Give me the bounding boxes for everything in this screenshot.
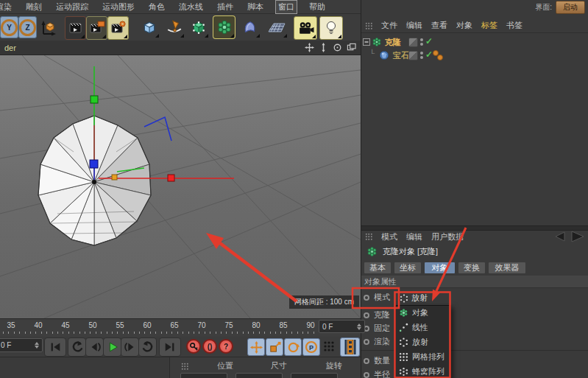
next-frame-button[interactable] xyxy=(121,337,139,357)
zoom-view-icon[interactable] xyxy=(319,43,328,52)
rotate-tool-button[interactable] xyxy=(284,338,302,356)
lock-y-axis-button[interactable]: Y xyxy=(0,16,18,38)
render-settings-button[interactable] xyxy=(107,16,129,40)
am-menu-edit[interactable]: 编辑 xyxy=(406,231,422,242)
keyframe-circle-icon[interactable] xyxy=(364,358,369,364)
light-bulb-icon xyxy=(324,20,339,36)
lock-z-axis-button[interactable]: Z xyxy=(18,16,37,38)
goto-end-button[interactable] xyxy=(159,337,181,357)
render-picture-viewer-button[interactable] xyxy=(86,16,107,40)
am-menu-userdata[interactable]: 用户数据 xyxy=(431,231,464,242)
keyframe-circle-icon[interactable] xyxy=(364,339,369,345)
menu-item-mograph[interactable]: 运动图形 xyxy=(100,1,137,13)
previous-frame-button[interactable] xyxy=(85,337,104,357)
end-frame-field[interactable]: 0 F xyxy=(319,320,365,333)
record-keyframe-button[interactable] xyxy=(186,339,201,354)
move-tool-button[interactable] xyxy=(247,338,265,356)
timeline-tick: 90 xyxy=(306,321,314,329)
om-menu-file[interactable]: 文件 xyxy=(381,20,397,31)
spline-pen-button[interactable] xyxy=(163,16,185,38)
rotation-input[interactable] xyxy=(291,373,338,378)
grid-array-icon xyxy=(399,352,408,362)
object-name-gem[interactable]: 宝石 xyxy=(393,50,409,61)
floor-environment-button[interactable] xyxy=(265,16,288,38)
object-name-cloner[interactable]: 克隆 xyxy=(385,37,401,48)
rotate-view-icon[interactable] xyxy=(333,43,342,52)
camera-button[interactable] xyxy=(294,16,317,40)
mode-dropdown-field[interactable]: 放射 xyxy=(400,293,428,304)
scale-tool-button[interactable] xyxy=(266,338,283,356)
goto-start-button[interactable] xyxy=(44,337,66,357)
enabled-checkmark[interactable]: ✓ xyxy=(425,49,433,60)
toggle-view-icon[interactable] xyxy=(347,43,356,52)
play-button[interactable] xyxy=(103,337,121,357)
menu-item-script[interactable]: 脚本 xyxy=(245,1,266,13)
keyframe-circle-icon[interactable] xyxy=(364,312,369,318)
position-input[interactable] xyxy=(180,373,227,378)
panel-drag-handle-icon[interactable] xyxy=(365,233,372,240)
tag-dot-icon[interactable] xyxy=(437,55,443,60)
om-menu-bookmarks[interactable]: 书签 xyxy=(506,20,523,31)
tab-basic[interactable]: 基本 xyxy=(364,262,392,274)
keyframe-circle-icon[interactable] xyxy=(364,295,369,301)
play-forward-button[interactable] xyxy=(138,337,157,357)
tab-object[interactable]: 对象 xyxy=(424,262,456,274)
panel-drag-handle-icon[interactable] xyxy=(365,22,372,29)
menu-item-plugins[interactable]: 插件 xyxy=(215,1,235,13)
pan-view-icon[interactable] xyxy=(305,43,314,52)
tab-effectors[interactable]: 效果器 xyxy=(488,262,526,274)
frame-stepper-icon[interactable] xyxy=(35,342,39,349)
menu-item-character[interactable]: 角色 xyxy=(146,1,167,13)
om-menu-view[interactable]: 查看 xyxy=(431,20,447,31)
grid-dots-button[interactable] xyxy=(322,337,336,355)
menu-item-render[interactable]: 渲染 xyxy=(0,1,14,13)
viewport-canvas[interactable]: 网格间距 : 100 cm xyxy=(0,55,361,318)
mode-option-object[interactable]: 对象 xyxy=(396,306,450,321)
am-menu-mode[interactable]: 模式 xyxy=(381,231,397,242)
menu-item-motion-tracker[interactable]: 运动跟踪 xyxy=(54,1,91,13)
keyframe-selection-button[interactable]: ? xyxy=(219,339,233,354)
mode-option-honeycomb[interactable]: 蜂窝阵列 xyxy=(396,364,450,378)
mode-option-grid[interactable]: 网格排列 xyxy=(396,349,450,364)
subdivision-surface-button[interactable] xyxy=(188,16,209,38)
film-strip-button[interactable] xyxy=(340,337,360,357)
mograph-cloner-button[interactable] xyxy=(213,16,235,38)
menu-item-pipeline[interactable]: 流水线 xyxy=(177,1,205,13)
menu-item-window[interactable]: 窗口 xyxy=(275,0,297,14)
add-cube-primitive-button[interactable] xyxy=(138,16,160,38)
interface-dropdown[interactable]: 启动 xyxy=(556,1,585,14)
section-object-properties[interactable]: 对象属性 xyxy=(361,276,588,288)
layer-swatch[interactable] xyxy=(408,51,418,60)
autokey-button[interactable]: () xyxy=(202,339,217,354)
timeline-ruler[interactable]: 35 40 45 50 55 60 65 70 75 80 85 90 xyxy=(0,318,361,337)
om-menu-edit[interactable]: 编辑 xyxy=(406,20,422,31)
deformer-bend-button[interactable] xyxy=(239,16,261,38)
tab-transform[interactable]: 变换 xyxy=(458,262,486,274)
enabled-checkmark[interactable]: ✓ xyxy=(425,36,433,46)
mode-option-linear[interactable]: 线性 xyxy=(396,321,450,335)
coordinate-system-button[interactable] xyxy=(38,16,58,38)
panel-drag-handle-icon[interactable] xyxy=(181,363,188,370)
menu-item-sculpt[interactable]: 雕刻 xyxy=(24,1,44,13)
menu-item-help[interactable]: 帮助 xyxy=(307,1,327,13)
render-view-button[interactable] xyxy=(65,16,86,40)
om-menu-object[interactable]: 对象 xyxy=(456,20,472,31)
light-button[interactable] xyxy=(319,16,343,40)
object-row-cloner[interactable]: 克隆 ✓ xyxy=(361,35,588,49)
visibility-dots[interactable] xyxy=(420,38,423,46)
visibility-dots[interactable] xyxy=(420,52,423,59)
coordinate-p-button[interactable]: P xyxy=(302,338,320,356)
current-frame-field[interactable]: 0 F xyxy=(0,338,43,352)
layer-swatch[interactable] xyxy=(408,38,418,47)
history-nav-arrows[interactable] xyxy=(554,231,585,242)
tab-coordinates[interactable]: 坐标 xyxy=(394,262,422,274)
play-backward-button[interactable] xyxy=(68,337,86,357)
om-menu-tags[interactable]: 标签 xyxy=(481,20,497,31)
keyframe-circle-icon[interactable] xyxy=(364,372,369,378)
size-input[interactable] xyxy=(235,373,283,378)
viewport-perspective[interactable]: der xyxy=(0,41,361,318)
frame-stepper-icon[interactable] xyxy=(357,323,361,330)
mode-option-radial[interactable]: 放射 xyxy=(396,335,450,350)
collapse-icon[interactable] xyxy=(363,38,370,46)
object-row-gem[interactable]: └ 宝石 ✓ xyxy=(361,49,588,62)
